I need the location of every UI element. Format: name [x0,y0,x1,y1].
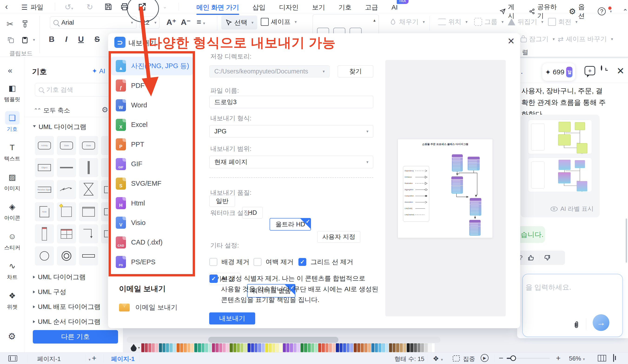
tab-AI[interactable]: AIhot [392,4,398,11]
format-item-PS/EPS[interactable]: PSPS/EPS [111,253,193,271]
font-family-select[interactable]: Arial▾ [50,16,136,29]
shape-lifeline[interactable] [35,224,54,243]
color-swatch[interactable] [332,343,335,352]
cart-icon[interactable] [566,67,572,77]
color-swatch[interactable] [389,343,392,352]
color-swatch[interactable] [354,343,357,352]
checkbox-그리드 선 제거[interactable]: ✓그리드 선 제거 [299,258,353,266]
color-swatch[interactable] [162,343,165,352]
diagram-thumbnail-green[interactable] [528,120,592,154]
color-swatch[interactable] [318,343,321,352]
ai-token-pill[interactable]: ✦ 699 [542,63,575,81]
shape-zigzag[interactable] [57,180,76,199]
add-page-button[interactable]: + [92,354,96,363]
color-swatch[interactable] [304,343,307,352]
cut-icon[interactable]: ✂ [6,19,13,29]
color-swatch[interactable] [202,343,205,352]
color-swatch[interactable] [166,343,169,352]
color-swatch[interactable] [297,343,300,352]
color-swatch[interactable] [262,343,265,352]
shape-Activity[interactable]: Activity [35,136,54,155]
shape-frame[interactable] [79,202,98,221]
save-icon[interactable] [104,2,112,11]
panel-scrollbar[interactable] [626,218,627,263]
focus-label[interactable]: 집중 [463,355,475,363]
color-swatch[interactable] [212,343,215,352]
layers-icon[interactable]: ❖▾ [433,355,443,363]
fill-tool[interactable]: 채우기▾ [389,17,425,26]
shape-vbar[interactable] [79,158,98,177]
color-swatch[interactable] [396,343,399,352]
shape-table[interactable] [57,224,76,243]
shape-ring[interactable] [57,246,76,265]
h-scrollbar-thumb[interactable] [208,337,338,343]
color-swatch[interactable] [329,343,332,352]
color-swatch[interactable] [173,343,176,352]
color-swatch[interactable] [279,343,282,352]
sidebar-item-텍스트[interactable]: T텍스트 [2,141,22,162]
color-swatch[interactable] [410,343,413,352]
color-swatch[interactable] [432,343,435,352]
color-swatch[interactable] [294,343,297,352]
color-swatch[interactable] [286,343,289,352]
color-swatch[interactable] [340,343,343,352]
settings-gear-icon[interactable]: ⚙ [8,331,16,342]
color-swatch[interactable] [226,343,229,352]
filename-input[interactable]: 드로잉3 [209,96,373,108]
ink-drop-icon[interactable] [131,344,137,352]
color-swatch[interactable] [414,343,417,352]
color-swatch[interactable] [155,343,158,352]
color-swatch[interactable] [290,343,293,352]
quality-일반[interactable]: 일반 [209,195,235,207]
shape-Receive Signal[interactable]: Receive Signal [35,180,54,199]
sidebar-item-스티커[interactable]: ☺스티커 [2,230,22,251]
format-item-CAD (.dxf)[interactable]: CADCAD (.dxf) [111,233,193,252]
sidebar-item-기호[interactable]: ❏기호 [2,111,22,133]
share-button[interactable]: 공유하기 [529,2,558,20]
format-item-Visio[interactable]: VVisio [111,213,193,232]
position-tool[interactable]: 위치▾ [438,17,468,26]
pages-panel-icon[interactable] [8,355,17,362]
color-swatch[interactable] [417,343,420,352]
tab-메인 화면 가기[interactable]: 메인 화면 가기 [196,3,239,12]
export-format-select[interactable]: JPG▾ [209,125,373,138]
collapse-panel-icon[interactable]: « [8,66,12,75]
paste-icon[interactable] [21,36,29,44]
color-swatch[interactable] [187,343,190,352]
send-button[interactable]: → [593,314,609,331]
color-swatch[interactable] [325,343,328,352]
color-swatch[interactable] [357,343,360,352]
increase-font-icon[interactable]: A⁺ [166,17,176,27]
color-swatch[interactable] [315,343,318,352]
file-menu[interactable]: ☰ 파일 [21,3,43,12]
checkbox-box[interactable] [254,258,261,266]
color-swatch[interactable] [428,343,431,352]
color-swatch[interactable] [322,343,325,352]
chat-input-box[interactable]: 을 입력하세요. → [522,274,623,337]
zoom-out-icon[interactable]: − [499,354,503,363]
copy-icon[interactable] [7,36,14,44]
color-swatch[interactable] [364,343,367,352]
close-panel-icon[interactable]: ✕ [617,66,625,76]
browse-button[interactable]: 찾기 [338,65,373,77]
tab-보기[interactable]: 보기 [312,3,325,12]
color-swatch[interactable] [424,343,427,352]
color-swatch[interactable] [301,343,304,352]
color-swatch[interactable] [403,343,406,352]
color-swatch[interactable] [375,343,378,352]
options-button[interactable]: ⚙ 옵션 [569,2,587,20]
color-swatch[interactable] [191,343,194,352]
section-UML 순서 다이어그램[interactable]: UML 순서 다이어그램 [33,317,101,326]
lock-tool[interactable]: 잠그기▾ [521,35,555,43]
color-swatch[interactable] [205,343,208,352]
color-swatch[interactable] [350,343,353,352]
gallery-up-icon[interactable]: ▲ [373,18,376,22]
shape-corner[interactable] [79,224,98,243]
color-swatch[interactable] [336,343,339,352]
shape-Note[interactable]: Note [35,202,54,221]
back-icon[interactable]: ‹ [5,2,8,12]
sidebar-item-템플릿[interactable]: ◧템플릿 [2,81,22,103]
section-UML 배포 다이어그램[interactable]: UML 배포 다이어그램 [33,302,101,311]
thumbs-up-icon[interactable] [527,254,534,261]
tab-디자인[interactable]: 디자인 [279,3,299,12]
